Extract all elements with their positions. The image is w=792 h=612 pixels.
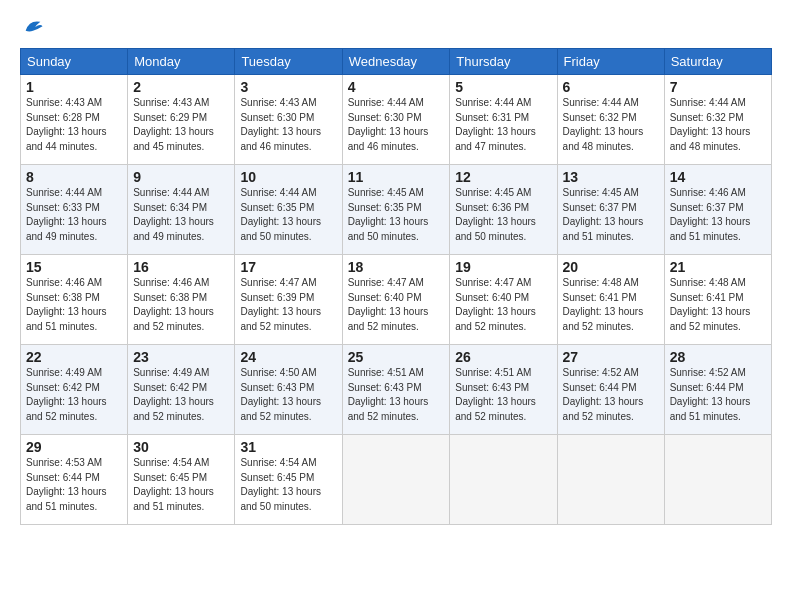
calendar-empty-cell (664, 435, 771, 525)
calendar-day-cell: 25 Sunrise: 4:51 AMSunset: 6:43 PMDaylig… (342, 345, 450, 435)
logo (20, 16, 44, 38)
calendar-day-cell: 18 Sunrise: 4:47 AMSunset: 6:40 PMDaylig… (342, 255, 450, 345)
day-number: 5 (455, 79, 551, 95)
day-number: 12 (455, 169, 551, 185)
calendar-day-cell: 28 Sunrise: 4:52 AMSunset: 6:44 PMDaylig… (664, 345, 771, 435)
calendar-week-row: 15 Sunrise: 4:46 AMSunset: 6:38 PMDaylig… (21, 255, 772, 345)
day-number: 17 (240, 259, 336, 275)
calendar-header-row: SundayMondayTuesdayWednesdayThursdayFrid… (21, 49, 772, 75)
day-info: Sunrise: 4:44 AMSunset: 6:35 PMDaylight:… (240, 187, 321, 242)
day-header-tuesday: Tuesday (235, 49, 342, 75)
day-number: 18 (348, 259, 445, 275)
calendar-day-cell: 1 Sunrise: 4:43 AMSunset: 6:28 PMDayligh… (21, 75, 128, 165)
day-number: 10 (240, 169, 336, 185)
day-info: Sunrise: 4:44 AMSunset: 6:32 PMDaylight:… (563, 97, 644, 152)
day-info: Sunrise: 4:46 AMSunset: 6:38 PMDaylight:… (133, 277, 214, 332)
calendar-day-cell: 19 Sunrise: 4:47 AMSunset: 6:40 PMDaylig… (450, 255, 557, 345)
day-info: Sunrise: 4:52 AMSunset: 6:44 PMDaylight:… (563, 367, 644, 422)
day-number: 29 (26, 439, 122, 455)
calendar-table: SundayMondayTuesdayWednesdayThursdayFrid… (20, 48, 772, 525)
calendar-day-cell: 7 Sunrise: 4:44 AMSunset: 6:32 PMDayligh… (664, 75, 771, 165)
calendar-empty-cell (450, 435, 557, 525)
day-number: 21 (670, 259, 766, 275)
day-info: Sunrise: 4:44 AMSunset: 6:32 PMDaylight:… (670, 97, 751, 152)
day-info: Sunrise: 4:43 AMSunset: 6:29 PMDaylight:… (133, 97, 214, 152)
calendar-day-cell: 2 Sunrise: 4:43 AMSunset: 6:29 PMDayligh… (128, 75, 235, 165)
calendar-day-cell: 5 Sunrise: 4:44 AMSunset: 6:31 PMDayligh… (450, 75, 557, 165)
day-info: Sunrise: 4:44 AMSunset: 6:34 PMDaylight:… (133, 187, 214, 242)
calendar-day-cell: 30 Sunrise: 4:54 AMSunset: 6:45 PMDaylig… (128, 435, 235, 525)
calendar-week-row: 22 Sunrise: 4:49 AMSunset: 6:42 PMDaylig… (21, 345, 772, 435)
day-info: Sunrise: 4:51 AMSunset: 6:43 PMDaylight:… (455, 367, 536, 422)
day-number: 6 (563, 79, 659, 95)
calendar-empty-cell (557, 435, 664, 525)
day-number: 22 (26, 349, 122, 365)
day-number: 1 (26, 79, 122, 95)
calendar-week-row: 8 Sunrise: 4:44 AMSunset: 6:33 PMDayligh… (21, 165, 772, 255)
day-number: 23 (133, 349, 229, 365)
day-info: Sunrise: 4:44 AMSunset: 6:31 PMDaylight:… (455, 97, 536, 152)
day-number: 4 (348, 79, 445, 95)
calendar-day-cell: 6 Sunrise: 4:44 AMSunset: 6:32 PMDayligh… (557, 75, 664, 165)
day-info: Sunrise: 4:46 AMSunset: 6:38 PMDaylight:… (26, 277, 107, 332)
day-number: 20 (563, 259, 659, 275)
calendar-week-row: 1 Sunrise: 4:43 AMSunset: 6:28 PMDayligh… (21, 75, 772, 165)
day-info: Sunrise: 4:49 AMSunset: 6:42 PMDaylight:… (133, 367, 214, 422)
day-number: 30 (133, 439, 229, 455)
calendar-day-cell: 31 Sunrise: 4:54 AMSunset: 6:45 PMDaylig… (235, 435, 342, 525)
calendar-day-cell: 26 Sunrise: 4:51 AMSunset: 6:43 PMDaylig… (450, 345, 557, 435)
calendar-empty-cell (342, 435, 450, 525)
calendar-day-cell: 8 Sunrise: 4:44 AMSunset: 6:33 PMDayligh… (21, 165, 128, 255)
calendar-week-row: 29 Sunrise: 4:53 AMSunset: 6:44 PMDaylig… (21, 435, 772, 525)
day-number: 3 (240, 79, 336, 95)
calendar-day-cell: 12 Sunrise: 4:45 AMSunset: 6:36 PMDaylig… (450, 165, 557, 255)
calendar-day-cell: 14 Sunrise: 4:46 AMSunset: 6:37 PMDaylig… (664, 165, 771, 255)
calendar-day-cell: 29 Sunrise: 4:53 AMSunset: 6:44 PMDaylig… (21, 435, 128, 525)
day-header-friday: Friday (557, 49, 664, 75)
day-header-wednesday: Wednesday (342, 49, 450, 75)
day-number: 8 (26, 169, 122, 185)
calendar-day-cell: 22 Sunrise: 4:49 AMSunset: 6:42 PMDaylig… (21, 345, 128, 435)
day-header-monday: Monday (128, 49, 235, 75)
calendar-day-cell: 17 Sunrise: 4:47 AMSunset: 6:39 PMDaylig… (235, 255, 342, 345)
calendar-day-cell: 4 Sunrise: 4:44 AMSunset: 6:30 PMDayligh… (342, 75, 450, 165)
day-header-sunday: Sunday (21, 49, 128, 75)
day-info: Sunrise: 4:47 AMSunset: 6:40 PMDaylight:… (455, 277, 536, 332)
calendar-day-cell: 11 Sunrise: 4:45 AMSunset: 6:35 PMDaylig… (342, 165, 450, 255)
calendar-day-cell: 16 Sunrise: 4:46 AMSunset: 6:38 PMDaylig… (128, 255, 235, 345)
day-info: Sunrise: 4:43 AMSunset: 6:28 PMDaylight:… (26, 97, 107, 152)
day-info: Sunrise: 4:53 AMSunset: 6:44 PMDaylight:… (26, 457, 107, 512)
calendar-day-cell: 13 Sunrise: 4:45 AMSunset: 6:37 PMDaylig… (557, 165, 664, 255)
day-info: Sunrise: 4:46 AMSunset: 6:37 PMDaylight:… (670, 187, 751, 242)
day-info: Sunrise: 4:44 AMSunset: 6:30 PMDaylight:… (348, 97, 429, 152)
day-info: Sunrise: 4:47 AMSunset: 6:40 PMDaylight:… (348, 277, 429, 332)
calendar-day-cell: 21 Sunrise: 4:48 AMSunset: 6:41 PMDaylig… (664, 255, 771, 345)
day-number: 26 (455, 349, 551, 365)
day-info: Sunrise: 4:49 AMSunset: 6:42 PMDaylight:… (26, 367, 107, 422)
day-number: 7 (670, 79, 766, 95)
day-number: 24 (240, 349, 336, 365)
day-info: Sunrise: 4:43 AMSunset: 6:30 PMDaylight:… (240, 97, 321, 152)
logo-bird-icon (22, 16, 44, 38)
header (20, 16, 772, 38)
day-number: 11 (348, 169, 445, 185)
day-info: Sunrise: 4:48 AMSunset: 6:41 PMDaylight:… (563, 277, 644, 332)
day-info: Sunrise: 4:45 AMSunset: 6:36 PMDaylight:… (455, 187, 536, 242)
day-number: 27 (563, 349, 659, 365)
day-info: Sunrise: 4:48 AMSunset: 6:41 PMDaylight:… (670, 277, 751, 332)
calendar-day-cell: 20 Sunrise: 4:48 AMSunset: 6:41 PMDaylig… (557, 255, 664, 345)
calendar-day-cell: 27 Sunrise: 4:52 AMSunset: 6:44 PMDaylig… (557, 345, 664, 435)
day-number: 16 (133, 259, 229, 275)
day-info: Sunrise: 4:54 AMSunset: 6:45 PMDaylight:… (133, 457, 214, 512)
day-info: Sunrise: 4:52 AMSunset: 6:44 PMDaylight:… (670, 367, 751, 422)
day-info: Sunrise: 4:47 AMSunset: 6:39 PMDaylight:… (240, 277, 321, 332)
day-number: 19 (455, 259, 551, 275)
day-number: 9 (133, 169, 229, 185)
calendar-day-cell: 9 Sunrise: 4:44 AMSunset: 6:34 PMDayligh… (128, 165, 235, 255)
calendar-day-cell: 3 Sunrise: 4:43 AMSunset: 6:30 PMDayligh… (235, 75, 342, 165)
day-info: Sunrise: 4:50 AMSunset: 6:43 PMDaylight:… (240, 367, 321, 422)
day-header-saturday: Saturday (664, 49, 771, 75)
day-info: Sunrise: 4:45 AMSunset: 6:35 PMDaylight:… (348, 187, 429, 242)
day-info: Sunrise: 4:44 AMSunset: 6:33 PMDaylight:… (26, 187, 107, 242)
day-number: 28 (670, 349, 766, 365)
